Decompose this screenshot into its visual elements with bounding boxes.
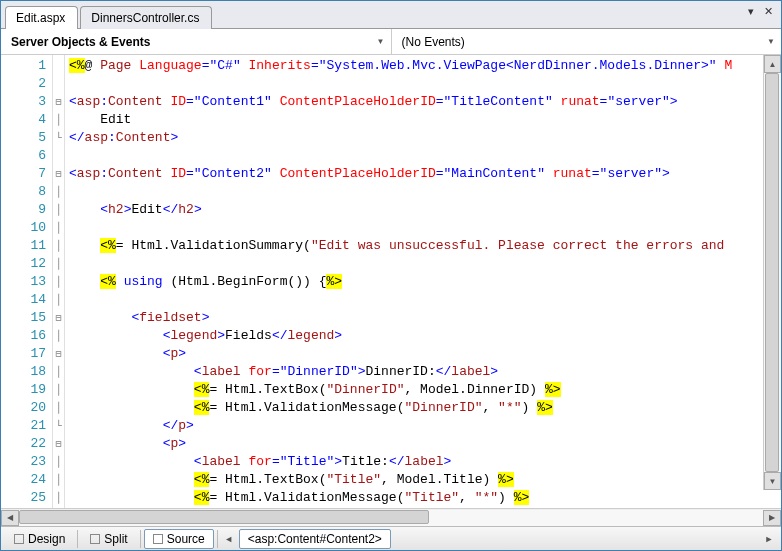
collapse-icon[interactable]: ⊟ xyxy=(53,345,64,363)
code-line[interactable]: Edit xyxy=(69,111,781,129)
outline-margin[interactable]: ⊟│└⊟│││││││⊟│⊟│││└⊟│││└ xyxy=(53,55,65,508)
code-line[interactable]: <%= Html.TextBox("DinnerID", Model.Dinne… xyxy=(69,381,781,399)
outline-line: │ xyxy=(53,201,64,219)
scrollbar-track[interactable] xyxy=(19,510,763,526)
code-line[interactable]: <label for="DinnerID">DinnerID:</label> xyxy=(69,363,781,381)
outline-line: │ xyxy=(53,381,64,399)
code-line[interactable]: <legend>Fields</legend> xyxy=(69,327,781,345)
scroll-right-icon[interactable]: ▶ xyxy=(763,510,781,526)
code-line[interactable]: <%= Html.ValidationSummary("Edit was uns… xyxy=(69,237,781,255)
scroll-up-icon[interactable]: ▲ xyxy=(764,55,781,73)
code-line[interactable]: <p> xyxy=(69,345,781,363)
outline-line: │ xyxy=(53,399,64,417)
outline-empty xyxy=(53,147,64,165)
code-line[interactable]: <fieldset> xyxy=(69,309,781,327)
outline-line: │ xyxy=(53,453,64,471)
code-line[interactable] xyxy=(69,75,781,93)
code-line[interactable] xyxy=(69,183,781,201)
code-area[interactable]: <%@ Page Language="C#" Inherits="System.… xyxy=(65,55,781,508)
code-line[interactable]: <label for="Title">Title:</label> xyxy=(69,453,781,471)
source-view-button[interactable]: Source xyxy=(144,529,214,549)
scrollbar-track[interactable] xyxy=(764,73,781,472)
outline-line: └ xyxy=(53,129,64,147)
outline-line: │ xyxy=(53,183,64,201)
collapse-icon[interactable]: ⊟ xyxy=(53,309,64,327)
events-dropdown-label: (No Events) xyxy=(402,35,465,49)
outline-line: └ xyxy=(53,417,64,435)
file-tab[interactable]: DinnersController.cs xyxy=(80,6,212,29)
events-dropdown[interactable]: (No Events) ▼ xyxy=(392,29,782,54)
code-line[interactable]: <%= Html.TextBox("Title", Model.Title) %… xyxy=(69,471,781,489)
vertical-scrollbar[interactable]: ▲ ▼ xyxy=(763,55,781,490)
collapse-icon[interactable]: ⊟ xyxy=(53,435,64,453)
outline-line: │ xyxy=(53,291,64,309)
split-icon xyxy=(90,534,100,544)
code-line[interactable]: <p> xyxy=(69,435,781,453)
line-number-gutter: 1234567891011121314151617181920212223242… xyxy=(1,55,53,508)
breadcrumb-item[interactable]: <asp:Content#Content2> xyxy=(239,529,391,549)
outline-line: │ xyxy=(53,219,64,237)
code-line[interactable]: </asp:Content> xyxy=(69,129,781,147)
scroll-down-icon[interactable]: ▼ xyxy=(764,472,781,490)
object-event-bar: Server Objects & Events ▼ (No Events) ▼ xyxy=(1,29,781,55)
tab-bar: Edit.aspxDinnersController.cs ▾ ✕ xyxy=(1,1,781,29)
code-line[interactable] xyxy=(69,219,781,237)
outline-line: │ xyxy=(53,237,64,255)
collapse-icon[interactable]: ⊟ xyxy=(53,165,64,183)
design-icon xyxy=(14,534,24,544)
source-icon xyxy=(153,534,163,544)
code-line[interactable] xyxy=(69,291,781,309)
code-line[interactable]: </p> xyxy=(69,417,781,435)
outline-empty xyxy=(53,57,64,75)
status-bar: Design Split Source ◄ <asp:Content#Conte… xyxy=(1,526,781,550)
code-editor[interactable]: 1234567891011121314151617181920212223242… xyxy=(1,55,781,508)
outline-line: │ xyxy=(53,471,64,489)
horizontal-scrollbar[interactable]: ◀ ▶ xyxy=(1,508,781,526)
code-line[interactable]: <%@ Page Language="C#" Inherits="System.… xyxy=(69,57,781,75)
breadcrumb-prev-button[interactable]: ◄ xyxy=(221,531,237,547)
code-line[interactable]: <% using (Html.BeginForm()) {%> xyxy=(69,273,781,291)
code-line[interactable] xyxy=(69,147,781,165)
code-line[interactable]: <asp:Content ID="Content2" ContentPlaceH… xyxy=(69,165,781,183)
outline-line: │ xyxy=(53,273,64,291)
outline-line: │ xyxy=(53,111,64,129)
scrollbar-thumb[interactable] xyxy=(19,510,429,524)
code-line[interactable]: <%= Html.ValidationMessage("Title", "*")… xyxy=(69,489,781,507)
scrollbar-thumb[interactable] xyxy=(765,73,779,472)
objects-dropdown-label: Server Objects & Events xyxy=(11,35,150,49)
outline-empty xyxy=(53,75,64,93)
design-view-button[interactable]: Design xyxy=(5,529,74,549)
tab-list-dropdown-icon[interactable]: ▾ xyxy=(746,5,756,18)
code-line[interactable]: <asp:Content ID="Content1" ContentPlaceH… xyxy=(69,93,781,111)
separator xyxy=(140,530,141,548)
separator xyxy=(77,530,78,548)
scroll-left-icon[interactable]: ◀ xyxy=(1,510,19,526)
outline-line: │ xyxy=(53,327,64,345)
code-line[interactable]: <h2>Edit</h2> xyxy=(69,201,781,219)
separator xyxy=(217,530,218,548)
chevron-down-icon: ▼ xyxy=(377,37,385,46)
split-view-button[interactable]: Split xyxy=(81,529,136,549)
outline-line: │ xyxy=(53,489,64,507)
objects-dropdown[interactable]: Server Objects & Events ▼ xyxy=(1,29,392,54)
outline-line: │ xyxy=(53,255,64,273)
file-tab[interactable]: Edit.aspx xyxy=(5,6,78,29)
breadcrumb-next-button[interactable]: ► xyxy=(761,531,777,547)
collapse-icon[interactable]: ⊟ xyxy=(53,93,64,111)
code-line[interactable]: <%= Html.ValidationMessage("DinnerID", "… xyxy=(69,399,781,417)
chevron-down-icon: ▼ xyxy=(767,37,775,46)
tab-close-icon[interactable]: ✕ xyxy=(762,5,775,18)
outline-line: │ xyxy=(53,363,64,381)
code-line[interactable] xyxy=(69,255,781,273)
